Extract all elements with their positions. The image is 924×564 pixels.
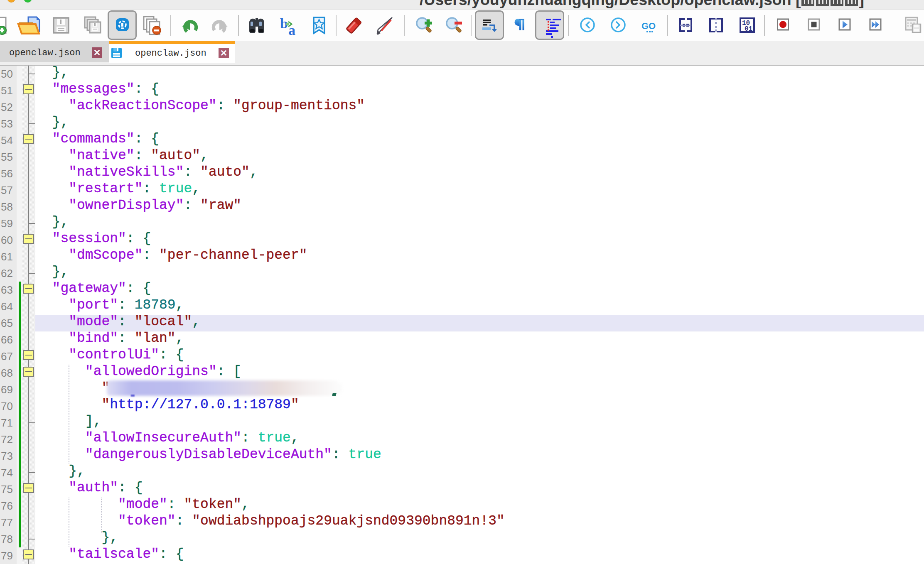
svg-text:GO: GO xyxy=(641,21,656,31)
svg-text:01: 01 xyxy=(745,25,752,33)
svg-text:a: a xyxy=(288,22,295,38)
